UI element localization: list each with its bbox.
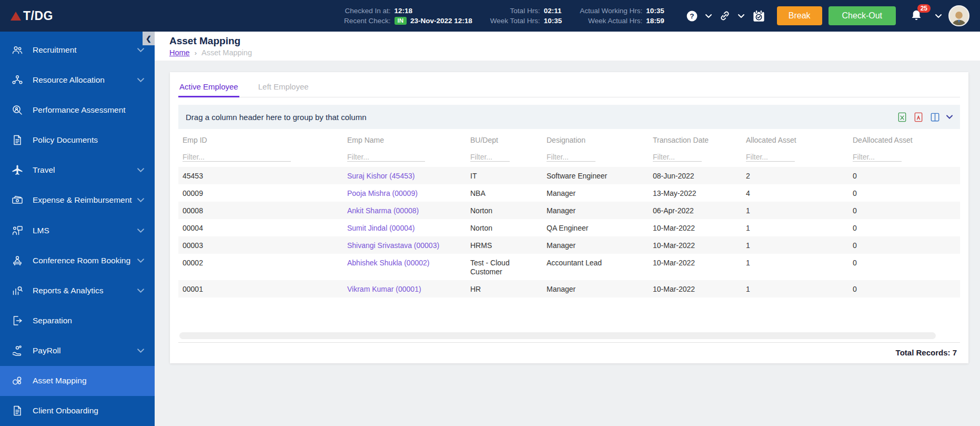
chevron-down-icon[interactable] (935, 14, 942, 18)
week-actual-hrs-label: Week Actual Hrs: (580, 17, 642, 25)
excel-export-icon[interactable] (897, 112, 907, 123)
cell-transaction-date: 13-May-2022 (649, 184, 742, 202)
column-chooser-icon[interactable] (930, 112, 941, 123)
help-icon[interactable]: ? (686, 10, 698, 22)
pdf-export-icon[interactable] (913, 112, 924, 123)
cell-bu-dept: Test - Cloud Customer (466, 254, 542, 280)
employee-name-link[interactable]: Suraj Kishor (45453) (347, 172, 415, 180)
employee-name-link[interactable]: Sumit Jindal (00004) (347, 224, 415, 232)
sidebar-item-asset-mapping[interactable]: Asset Mapping (0, 366, 155, 396)
topbar: T/DG Checked In at: 12:18 Recent Check: … (0, 0, 980, 32)
cell-deallocated-asset: 0 (848, 167, 960, 184)
training-icon (9, 224, 25, 237)
filter-input-transaction-date[interactable] (653, 153, 702, 162)
app-logo[interactable]: T/DG (11, 9, 53, 23)
sidebar-item-label: PayRoll (33, 346, 60, 355)
grid-group-panel[interactable]: Drag a column header here to group by th… (178, 105, 960, 129)
cell-designation: Accountant Lead (542, 254, 649, 280)
user-avatar[interactable] (948, 5, 969, 26)
employee-tabs: Active Employee Left Employee (178, 72, 960, 97)
cell-designation: QA Engineer (542, 219, 649, 236)
column-header-emp-id[interactable]: Emp ID (178, 129, 343, 150)
total-records-label: Total Records: (896, 348, 951, 357)
breadcrumb-separator-icon: › (195, 49, 197, 57)
sidebar-item-resource-allocation[interactable]: Resource Allocation (0, 65, 155, 95)
cell-bu-dept: Norton (466, 219, 542, 236)
checked-in-label: Checked In at: (344, 7, 391, 15)
cell-bu-dept: NBA (466, 184, 542, 202)
sidebar-item-reports-analytics[interactable]: Reports & Analytics (0, 275, 155, 305)
table-row: 00003 Shivangi Srivastava (00003) HRMS M… (178, 236, 960, 254)
sidebar-item-travel[interactable]: Travel (0, 155, 155, 185)
employee-name-link[interactable]: Vikram Kumar (00001) (347, 285, 421, 293)
sidebar-collapse-button[interactable]: ❮ (143, 32, 155, 45)
sidebar-item-label: Recruitment (33, 45, 77, 55)
chevron-down-icon[interactable] (705, 14, 712, 18)
week-total-hrs-value: 10:35 (544, 17, 562, 25)
sidebar-item-separation[interactable]: Separation (0, 305, 155, 335)
notification-count-badge: 25 (917, 4, 931, 13)
employee-name-link[interactable]: Pooja Mishra (00009) (347, 189, 418, 197)
table-row: 00004 Sumit Jindal (00004) Norton QA Eng… (178, 219, 960, 236)
sidebar-item-client-onboarding[interactable]: Client Onboarding (0, 396, 155, 426)
chevron-down-icon[interactable] (946, 115, 953, 119)
week-total-hrs-label: Week Total Hrs: (490, 17, 540, 25)
chevron-down-icon[interactable] (738, 14, 744, 18)
cell-allocated-asset: 1 (742, 280, 848, 298)
filter-input-allocated-asset[interactable] (746, 153, 795, 162)
grid-header-row: Emp ID Emp Name BU/Dept Designation Tran… (178, 129, 960, 150)
cell-emp-id: 00008 (178, 202, 343, 219)
filter-input-emp-id[interactable] (183, 153, 291, 162)
tab-left-employee[interactable]: Left Employee (257, 79, 310, 97)
sidebar-item-payroll[interactable]: PayRoll (0, 336, 155, 366)
filter-input-designation[interactable] (547, 153, 595, 162)
employee-name-link[interactable]: Ankit Sharma (00008) (347, 206, 419, 215)
recent-check-datetime: 23-Nov-2022 12:18 (410, 17, 472, 25)
actual-working-hrs-label: Actual Working Hrs: (580, 7, 642, 15)
cell-bu-dept: Norton (466, 202, 542, 219)
table-row: 00009 Pooja Mishra (00009) NBA Manager 1… (178, 184, 960, 202)
cell-designation: Manager (542, 236, 649, 254)
employee-name-link[interactable]: Abhishek Shukla (00002) (347, 259, 429, 267)
employee-name-link[interactable]: Shivangi Srivastava (00003) (347, 241, 439, 250)
breadcrumb-home-link[interactable]: Home (169, 48, 190, 57)
calendar-attendance-icon[interactable] (752, 9, 766, 23)
conference-icon (9, 254, 25, 267)
sidebar-item-recruitment[interactable]: Recruitment (0, 35, 155, 65)
cell-allocated-asset: 1 (742, 254, 848, 280)
cell-transaction-date: 08-Jun-2022 (649, 167, 742, 184)
cell-deallocated-asset: 0 (848, 280, 960, 298)
plane-icon (9, 164, 25, 176)
sidebar-item-label: Travel (33, 165, 55, 175)
checkout-button[interactable]: Check-Out (829, 6, 896, 25)
column-header-designation[interactable]: Designation (542, 129, 649, 150)
horizontal-scrollbar[interactable] (179, 332, 936, 339)
recent-check-value: IN 23-Nov-2022 12:18 (395, 17, 472, 25)
filter-input-deallocated-asset[interactable] (853, 153, 902, 162)
sidebar-item-conference-room-booking[interactable]: Conference Room Booking (0, 245, 155, 275)
column-header-deallocated-asset[interactable]: DeAllocated Asset (848, 129, 960, 150)
filter-input-bu-dept[interactable] (470, 153, 510, 162)
column-header-allocated-asset[interactable]: Allocated Asset (742, 129, 848, 150)
cell-designation: Manager (542, 184, 649, 202)
checked-in-value: 12:18 (395, 7, 472, 15)
asset-mapping-card: Active Employee Left Employee Drag a col… (170, 72, 968, 363)
cell-deallocated-asset: 0 (848, 236, 960, 254)
breadcrumb-current: Asset Mapping (201, 48, 252, 57)
sidebar-item-lms[interactable]: LMS (0, 215, 155, 245)
column-header-transaction-date[interactable]: Transaction Date (649, 129, 742, 150)
sidebar-item-expense-reimbursement[interactable]: Expense & Reimbursement (0, 185, 155, 215)
sidebar-item-policy-documents[interactable]: Policy Documents (0, 125, 155, 155)
break-button[interactable]: Break (777, 6, 822, 25)
cell-designation: Manager (542, 202, 649, 219)
filter-input-emp-name[interactable] (347, 153, 425, 162)
link-icon[interactable] (719, 10, 731, 22)
column-header-bu-dept[interactable]: BU/Dept (466, 129, 542, 150)
sidebar-item-label: Resource Allocation (33, 75, 105, 85)
sidebar-item-performance-assessment[interactable]: Performance Assessment (0, 95, 155, 125)
tab-active-employee[interactable]: Active Employee (178, 79, 239, 97)
grid-toolbar (897, 112, 953, 123)
cell-allocated-asset: 1 (742, 236, 848, 254)
column-header-emp-name[interactable]: Emp Name (343, 129, 466, 150)
notifications-bell-icon[interactable]: 25 (910, 9, 923, 23)
